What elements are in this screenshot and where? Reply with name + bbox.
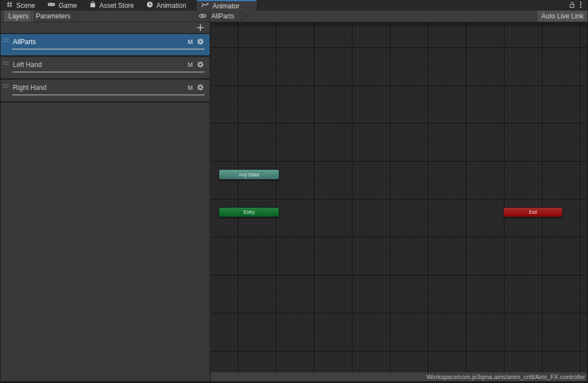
canvas-status-bar: Workspace/com.jo3qma.airis/anim_cntl/Air… xyxy=(210,372,588,381)
state-node-exit[interactable]: Exit xyxy=(503,207,563,217)
layer-settings-gear-icon[interactable] xyxy=(197,83,204,90)
window-left-edge xyxy=(0,0,1,383)
layer-row-allparts[interactable]: AllPartsM xyxy=(0,34,210,57)
tab-label: Scene xyxy=(16,2,35,9)
controller-path-label: Workspace/com.jo3qma.airis/anim_cntl/Air… xyxy=(426,374,585,380)
tab-bar: SceneGameAsset StoreAnimationAnimator xyxy=(0,0,588,11)
state-node-label: Any State xyxy=(239,172,259,178)
layer-mask-label: M xyxy=(188,84,193,91)
panel-canvas-divider xyxy=(210,22,211,381)
tab-animator[interactable]: Animator xyxy=(197,0,257,11)
tab-scene[interactable]: Scene xyxy=(0,0,41,11)
layer-weight-slider[interactable] xyxy=(12,94,205,95)
parameters-tab[interactable]: Parameters xyxy=(31,11,75,22)
layers-tab[interactable]: Layers xyxy=(4,11,33,22)
drag-handle-icon[interactable] xyxy=(3,39,9,43)
layer-name: Right Hand xyxy=(13,84,46,92)
breadcrumb-chevron-icon xyxy=(240,11,248,23)
layers-panel: AllPartsMLeft HandMRight HandM xyxy=(0,22,210,381)
tab-game[interactable]: Game xyxy=(41,0,83,11)
drag-handle-icon[interactable] xyxy=(3,84,9,89)
state-machine-canvas[interactable]: Any StateEntryExit Workspace/com.jo3qma.… xyxy=(210,22,588,381)
kebab-menu-icon[interactable] xyxy=(580,1,582,11)
parameters-tab-label: Parameters xyxy=(36,12,70,20)
add-layer-button[interactable] xyxy=(196,23,205,34)
state-node-label: Entry xyxy=(244,209,255,215)
tab-label: Animator xyxy=(212,2,239,10)
bag-icon xyxy=(89,1,96,9)
layer-settings-gear-icon[interactable] xyxy=(197,37,204,45)
state-node-entry[interactable]: Entry xyxy=(219,207,279,217)
state-node-any-state[interactable]: Any State xyxy=(219,169,279,180)
layer-name: AllParts xyxy=(13,38,36,46)
animator-icon xyxy=(201,2,209,10)
auto-live-link-button[interactable]: Auto Live Link xyxy=(538,11,587,22)
lock-icon[interactable] xyxy=(568,1,576,11)
canvas-top-shadow xyxy=(210,22,588,28)
layer-weight-slider[interactable] xyxy=(12,71,205,73)
eye-icon[interactable] xyxy=(198,12,207,21)
gamepad-icon xyxy=(48,1,55,9)
state-node-label: Exit xyxy=(529,209,537,215)
animator-window: SceneGameAsset StoreAnimationAnimator La… xyxy=(0,0,588,383)
tab-asset-store[interactable]: Asset Store xyxy=(83,0,140,11)
layer-weight-slider[interactable] xyxy=(12,49,205,50)
clock-icon xyxy=(146,1,153,9)
breadcrumb[interactable]: AllParts xyxy=(211,11,234,22)
tab-label: Game xyxy=(59,2,77,9)
layers-tab-label: Layers xyxy=(8,12,29,20)
layer-name: Left Hand xyxy=(13,61,42,69)
breadcrumb-label: AllParts xyxy=(211,12,234,20)
drag-handle-icon[interactable] xyxy=(3,61,9,66)
layers-panel-header xyxy=(0,22,210,34)
tab-label: Animation xyxy=(157,2,186,9)
auto-live-link-label: Auto Live Link xyxy=(542,12,584,20)
layer-row-right-hand[interactable]: Right HandM xyxy=(0,80,210,103)
layer-settings-gear-icon[interactable] xyxy=(197,60,204,68)
layer-row-left-hand[interactable]: Left HandM xyxy=(0,57,210,80)
toolbar-panel-divider xyxy=(209,11,210,22)
animator-toolbar: Layers Parameters AllParts Auto Live Lin… xyxy=(0,11,588,22)
tab-animation[interactable]: Animation xyxy=(140,0,192,11)
layer-mask-label: M xyxy=(188,39,193,45)
grid-icon xyxy=(6,1,13,9)
layer-mask-label: M xyxy=(188,61,193,68)
tab-label: Asset Store xyxy=(99,2,134,9)
